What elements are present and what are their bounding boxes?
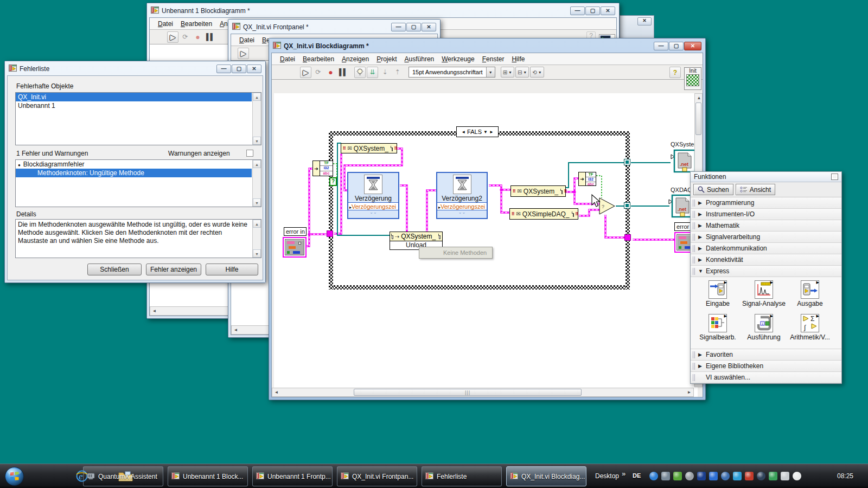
details-box[interactable]: Die im Methodenknoten ausgewählte Method… — [15, 219, 261, 258]
property-node-qxsimpledaq[interactable]: ‼ ✉ QXSimpleDAQ_ ‼ — [509, 208, 578, 220]
tunnel-error-left[interactable] — [327, 230, 333, 237]
drag-grip-icon[interactable] — [693, 268, 695, 275]
chevron-right-icon[interactable]: ▶ — [698, 200, 706, 206]
run-button[interactable]: ▶ — [238, 48, 249, 59]
menu-item-anzeigen[interactable]: Anzeigen — [338, 54, 373, 64]
menu-item-bearbeiten[interactable]: Bearbeiten — [177, 19, 216, 29]
drag-grip-icon[interactable] — [693, 374, 695, 381]
run-continuous-button[interactable]: ⟳ — [180, 31, 191, 43]
express-item-signal-analyse[interactable]: ▶Signal-Analyse — [742, 280, 786, 307]
network-icon[interactable] — [733, 472, 742, 480]
signal-manipulation-icon[interactable]: ▶ — [709, 314, 727, 332]
maximize-button[interactable]: ▢ — [406, 23, 421, 31]
taskbar-button-unbenannt-1-frontp-[interactable]: Unbenannt 1 Frontp... — [252, 466, 333, 486]
orb-icon[interactable] — [697, 472, 706, 480]
minimize-button[interactable]: — — [216, 65, 231, 73]
palette-category-instrumenten-i-o[interactable]: ▶Instrumenten-I/O — [691, 209, 841, 220]
arithmetic-icon[interactable]: Σ∫▶ — [801, 314, 819, 332]
horizontal-scrollbar[interactable]: ◄ ► ||| — [272, 388, 694, 397]
retain-wire-values-icon[interactable]: ⇊ — [367, 67, 378, 78]
tunnel-refnum-2[interactable] — [624, 202, 630, 209]
titlebar[interactable]: QX_Init.vi Frontpanel * — ▢ ✕ — [230, 21, 438, 33]
drag-grip-icon[interactable] — [693, 256, 695, 264]
taskbar-button-unbenannt-1-block-[interactable]: Unbenannt 1 Block... — [168, 466, 248, 486]
errors-list[interactable]: ●BlockdiagrammfehlerMethodenknoten: Ungü… — [15, 159, 261, 207]
abort-button[interactable]: ● — [192, 31, 203, 43]
express-vi-param[interactable]: ▸Verzögerungszei — [348, 202, 398, 210]
taskbar-button-qx-init-vi-frontpan-[interactable]: QX_Init.vi Frontpan... — [337, 466, 417, 486]
dotnet-refnum-indicator-1[interactable]: .net — [671, 149, 695, 173]
pause-button[interactable]: ▌▌ — [337, 67, 349, 78]
sync-icon[interactable] — [709, 472, 718, 480]
express-vi-verzoegerung[interactable]: Verzögerung ▸Verzögerungszei ⌄⌄ — [347, 172, 399, 219]
close-button[interactable]: ✕ — [684, 42, 701, 50]
maximize-button[interactable]: ▢ — [585, 7, 600, 15]
execution-control-icon[interactable]: 1▶ — [755, 314, 773, 332]
chevron-right-icon[interactable]: ▶ — [698, 211, 706, 217]
menu-item-projekt[interactable]: Projekt — [373, 54, 400, 64]
list-item[interactable]: ●Blockdiagrammfehler — [16, 160, 252, 169]
gear-icon[interactable] — [661, 472, 670, 480]
express-vi-verzoegerung2[interactable]: Verzögerung2 ▸Verzögerungszei ⌄⌄ — [436, 172, 488, 219]
font-selector[interactable]: 15pt Anwendungsschriftart ▼ — [409, 67, 495, 78]
express-item-ausf-hrung[interactable]: 1▶Ausführung — [742, 314, 786, 341]
chevron-right-icon[interactable]: ▶ — [698, 257, 706, 262]
close-dialog-button[interactable]: Schließen — [87, 264, 142, 275]
indicator-label[interactable]: QXDAQ — [671, 187, 692, 193]
list-scrollbar[interactable]: ▲▼ — [252, 160, 261, 207]
block-diagram-canvas[interactable]: ◄ FALS ▼ ► — [274, 93, 698, 397]
collapse-chevron-icon[interactable]: ⌄⌄ — [348, 210, 398, 214]
indicator-label[interactable]: QXSystem re — [671, 141, 698, 147]
input-icon[interactable]: ▶ — [709, 280, 727, 299]
titlebar[interactable]: Unbenannt 1 Blockdiagramm * — ▢ ✕ — [149, 5, 617, 17]
palette-category-signalverarbeitung[interactable]: ▶Signalverarbeitung — [691, 232, 841, 243]
clock[interactable]: 08:25 — [837, 472, 853, 480]
run-button[interactable]: ▶ — [167, 31, 178, 43]
drag-grip-icon[interactable] — [693, 363, 695, 370]
list-item[interactable]: Unbenannt 1 — [16, 101, 252, 110]
drag-grip-icon[interactable] — [693, 234, 695, 241]
close-button[interactable]: ✕ — [422, 23, 436, 31]
list-scrollbar[interactable]: ▲▼ — [252, 220, 261, 258]
taskbar-button-qx-init-vi-blockdiag-[interactable]: QX_Init.vi Blockdiag... — [506, 466, 586, 486]
step-over-icon[interactable]: ⇡ — [392, 67, 403, 78]
menu-item-bearbeiten[interactable]: Bearbeiten — [299, 54, 338, 64]
menu-item-hilfe[interactable]: Hilfe — [508, 54, 528, 64]
drag-grip-icon[interactable] — [693, 211, 695, 218]
help-button[interactable]: Hilfe — [206, 264, 258, 275]
show-error-button[interactable]: Fehler anzeigen — [146, 264, 201, 275]
chevron-right-icon[interactable]: ▶ — [698, 234, 706, 240]
distribute-objects-dropdown[interactable]: ⊟▼ — [515, 67, 529, 78]
run-continuous-button[interactable]: ⟳ — [312, 67, 324, 78]
titlebar[interactable]: Fehlerliste — ▢ ✕ — [7, 63, 264, 75]
express-item-eingabe[interactable]: ▶Eingabe — [696, 280, 739, 307]
faulty-objects-list[interactable]: QX_Init.viUnbenannt 1▲▼ — [15, 92, 261, 145]
palette-item-eigene-bibliotheken[interactable]: ▶Eigene Bibliotheken — [691, 361, 841, 372]
menu-item-werkzeuge[interactable]: Werkzeuge — [438, 54, 478, 64]
tunnel-error-right[interactable] — [624, 234, 631, 241]
usb-icon[interactable] — [673, 472, 682, 480]
signal-analysis-icon[interactable]: ▶ — [755, 280, 773, 299]
speaker-icon[interactable] — [793, 472, 801, 480]
step-into-icon[interactable]: ⇣ — [379, 67, 391, 78]
palette-item-vi-ausw-hlen-[interactable]: VI auswählen... — [691, 372, 841, 383]
chevron-right-icon[interactable]: ▶ — [698, 246, 706, 251]
express-item-arithmetik-v-[interactable]: Σ∫▶Arithmetik/V... — [788, 314, 832, 341]
highlight-execution-icon[interactable] — [354, 67, 366, 78]
palette-titlebar[interactable]: Funktionen — [691, 172, 841, 182]
menu-item-datei[interactable]: Datei — [235, 35, 258, 45]
chevron-down-icon[interactable]: ▼ — [486, 67, 495, 77]
minimize-button[interactable]: — — [654, 42, 668, 50]
palette-category-express[interactable]: ▼Express — [691, 266, 841, 277]
info-icon[interactable] — [649, 472, 658, 480]
palette-category-konnektivit-t[interactable]: ▶Konnektivität — [691, 254, 841, 266]
express-item-signalbearb-[interactable]: ▶Signalbearb. — [696, 314, 739, 341]
context-help-button[interactable]: ? — [669, 67, 681, 78]
drag-grip-icon[interactable] — [693, 200, 695, 207]
pause-button[interactable]: ▌▌ — [205, 31, 216, 43]
unbundle-node-right[interactable]: ➔ TF I32 abc — [578, 172, 596, 186]
palette-category-datenkommunikation[interactable]: ▶Datenkommunikation — [691, 243, 841, 254]
error-in-label[interactable]: error in — [284, 227, 307, 236]
search-button[interactable]: Suchen — [693, 184, 733, 195]
menu-item-datei[interactable]: Datei — [276, 54, 299, 64]
